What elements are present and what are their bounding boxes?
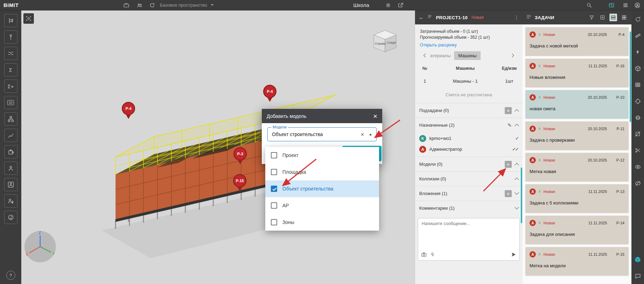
box-2d-icon[interactable]: 2D [4,96,17,109]
gear-icon[interactable] [384,1,392,9]
section-collisions[interactable]: Коллизии (0) [415,171,523,186]
app-logo[interactable]: BiMiT [3,2,18,8]
clear-icon[interactable]: × [361,132,364,137]
account-icon[interactable] [633,1,642,9]
edit-icon[interactable]: ✎ [508,122,512,128]
sigma-icon[interactable]: Σ [4,63,17,76]
task-card[interactable]: AНовая11.11.2025P-13 Задача с 5 коллизия… [525,184,629,213]
kebab-menu-icon[interactable]: ⋮ [514,15,519,20]
section-models[interactable]: Модели (0) + [415,157,523,171]
add-subtask-button[interactable]: + [505,107,512,114]
filter-icon[interactable] [588,14,595,21]
cube-icon[interactable] [634,65,642,72]
chevron-up-icon[interactable] [515,124,519,128]
eye-icon[interactable] [634,163,642,171]
comment-bubble-icon[interactable] [634,272,642,280]
dropdown-option[interactable]: Зоны [265,214,379,231]
assignee-row[interactable]: A Администратор ✓✓ [419,144,518,155]
user-pin-icon[interactable] [4,194,17,208]
shuffle-icon[interactable] [4,47,17,60]
eye-off-icon[interactable] [634,179,642,187]
send-icon[interactable] [511,252,517,259]
chevron-up-icon[interactable] [515,109,519,114]
list-view-icon[interactable] [609,14,617,21]
table-row[interactable]: 1 Машины - 1 1шт [415,74,523,88]
task-pin[interactable]: P-4 [121,102,135,120]
point-route-icon[interactable] [4,30,17,44]
task-card[interactable]: AНовая11.11.2025P-15 Метка на модели [525,247,629,276]
puzzle-icon[interactable] [4,145,17,158]
models-field[interactable]: Модели × ▲ [267,127,377,141]
model-box-icon-active[interactable] [634,256,642,263]
task-card-selected[interactable]: AНовая20.10.2025P-10 новая смета [525,90,629,119]
task-card[interactable]: AНовая11.11.2025P-14 Задача для описания [525,216,629,244]
tab-machines[interactable]: Машины [454,51,481,60]
structure-tree-icon[interactable] [4,14,17,27]
panel-layout-icon[interactable] [607,1,616,9]
checkbox-icon[interactable] [271,169,277,175]
tasks-scrollbar[interactable] [630,31,631,122]
viewfinder-button[interactable] [23,13,34,24]
open-rate-link[interactable]: Открыть расценку [415,40,523,47]
user-box-icon[interactable] [4,178,17,191]
sync-icon[interactable] [634,15,642,23]
chevron-down-icon[interactable] [515,205,519,209]
message-input[interactable] [418,218,519,248]
section-attachments[interactable]: Вложения (1) + [415,186,523,201]
search-icon[interactable] [585,1,593,9]
tab-materials[interactable]: Материалы [430,53,451,58]
ruler-icon[interactable] [634,32,642,39]
dropdown-option[interactable]: Проект [265,147,379,164]
checkbox-icon[interactable] [271,219,277,225]
task-pin[interactable]: P-4 [263,85,277,103]
chevron-up-icon[interactable] [515,163,519,167]
chevron-down-icon[interactable] [515,190,519,195]
task-card[interactable]: AНовая20.10.2025P-12 Метка новая [525,153,629,181]
detail-scrollbar[interactable] [521,167,522,223]
task-card[interactable]: AНовая11.11.2025P-16 Новые вложения [525,59,629,87]
task-card[interactable]: AНовая20.10.2025P-11 Задача с проверками [525,121,629,150]
apps-grid-icon[interactable] [621,1,630,9]
camera-icon[interactable] [421,252,427,259]
sigma-plus-icon[interactable]: Σ+ [4,80,17,93]
scissors-icon[interactable] [634,147,642,154]
table-grid-icon[interactable] [634,81,642,89]
help-button[interactable]: ? [6,271,15,280]
chevron-up-icon[interactable] [515,178,519,182]
checkbox-icon[interactable] [271,152,277,158]
refresh-icon[interactable] [148,1,156,9]
section-assignees[interactable]: Назначенные (2) ✎ [415,118,523,132]
tabs-prev-icon[interactable] [423,53,427,57]
add-attachment-button[interactable]: + [505,190,512,197]
task-card[interactable]: AНовая20.10.2025P-4 Задача с новой метко… [525,27,629,56]
task-pin[interactable]: P-15 [233,174,247,192]
paperclip-icon[interactable] [430,252,435,259]
close-icon[interactable]: × [373,113,377,120]
dropdown-option[interactable]: АР [265,197,379,214]
dropdown-option-selected[interactable]: Объект строительства [265,180,379,197]
checkbox-icon[interactable] [271,202,277,209]
tabs-next-icon[interactable] [510,53,514,57]
add-model-button[interactable]: + [505,161,512,168]
add-task-icon[interactable] [599,14,606,21]
section-subtasks[interactable]: Подзадачи (0) + [415,103,523,118]
task-pin[interactable]: P-3 [233,147,247,165]
view-cube[interactable]: Справа Сзади [370,27,400,55]
briefcase-icon[interactable] [122,1,131,9]
assignee-row[interactable]: K kpmo+wo1 ✓ [419,133,518,144]
back-icon[interactable]: ← [419,14,424,21]
sphere-icon[interactable] [634,114,642,121]
checkbox-checked-icon[interactable] [271,186,277,192]
caret-up-icon[interactable]: ▲ [369,133,373,136]
team-icon[interactable] [135,1,144,9]
section-plane-icon[interactable] [634,130,642,138]
target-icon[interactable] [634,97,642,105]
workspace-selector[interactable]: Базовое пространство [160,2,214,8]
line-chart-icon[interactable] [4,129,17,142]
org-chart-icon[interactable] [4,112,17,126]
section-comments[interactable]: Комментарии (1) [415,201,523,215]
menu-icon[interactable] [526,14,532,21]
grid-view-icon[interactable] [620,14,628,21]
user-icon[interactable] [4,162,17,175]
axis-gizmo[interactable]: Z X Y [23,230,57,263]
